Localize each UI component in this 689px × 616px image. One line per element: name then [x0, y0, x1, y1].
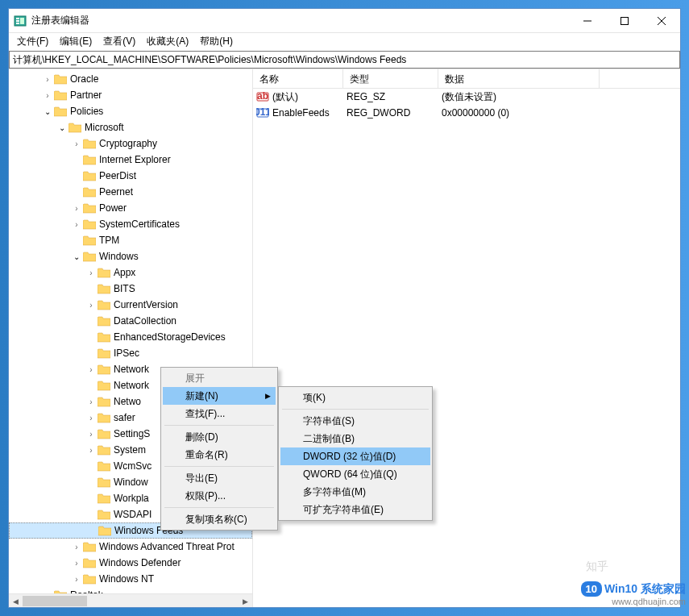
expand-toggle[interactable]: ›	[70, 543, 83, 551]
menu-item[interactable]: DWORD (32 位)值(D)	[280, 447, 430, 465]
menu-item[interactable]: 权限(P)...	[163, 487, 276, 505]
values-header[interactable]: 名称类型数据	[253, 69, 680, 89]
value-name: EnableFeeds	[272, 107, 330, 119]
menu-item[interactable]: 新建(N)▶	[163, 387, 276, 405]
tree-node[interactable]: ⌄Windows	[9, 248, 252, 264]
tree-node[interactable]: ›CurrentVersion	[9, 297, 252, 313]
tree-node[interactable]: PeerDist	[9, 168, 252, 184]
content-area: ›Oracle›Partner⌄Policies⌄Microsoft›Crypt…	[9, 69, 680, 607]
tree-node[interactable]: ›Partner	[9, 87, 252, 103]
menu-item[interactable]: 复制项名称(C)	[163, 510, 276, 528]
expand-toggle[interactable]: ›	[70, 559, 83, 568]
menubar: 文件(F)编辑(E)查看(V)收藏夹(A)帮助(H)	[9, 33, 680, 49]
expand-toggle[interactable]: ›	[41, 75, 54, 84]
menu-item[interactable]: 多字符串值(M)	[280, 483, 430, 501]
menu-item[interactable]: 导出(E)	[163, 469, 276, 487]
menu-item[interactable]: 删除(D)	[163, 428, 276, 446]
menu-item[interactable]: 项(K)	[280, 389, 430, 406]
expand-toggle[interactable]: ›	[85, 397, 98, 406]
column-header[interactable]: 名称	[253, 69, 343, 88]
tree-node[interactable]: Internet Explorer	[9, 152, 252, 168]
tree-node[interactable]: BITS	[9, 281, 252, 297]
menu-separator	[164, 507, 274, 508]
tree-node[interactable]: ›SystemCertificates	[9, 216, 252, 232]
tree-node[interactable]: ›Power	[9, 200, 252, 216]
minimize-button[interactable]	[569, 9, 606, 33]
regedit-icon	[14, 15, 27, 27]
menu-item[interactable]: 重命名(R)	[163, 446, 276, 464]
tree-node[interactable]: DataCollection	[9, 313, 252, 329]
menu-item[interactable]: QWORD (64 位)值(Q)	[280, 465, 430, 483]
expand-toggle[interactable]: ›	[70, 220, 83, 229]
expand-toggle[interactable]: ⌄	[41, 107, 54, 116]
tree-label: Windows	[99, 251, 139, 262]
tree-label: EnhancedStorageDevices	[114, 331, 226, 343]
close-button[interactable]	[643, 9, 680, 33]
tree-node[interactable]: ›Windows NT	[9, 571, 252, 587]
maximize-icon	[621, 17, 629, 25]
menu-item[interactable]: 可扩充字符串值(E)	[280, 501, 430, 518]
expand-toggle[interactable]: ›	[85, 446, 98, 455]
menu-item[interactable]: 帮助(H)	[195, 33, 238, 50]
tree-node[interactable]: EnhancedStorageDevices	[9, 329, 252, 345]
expand-toggle[interactable]: ›	[85, 414, 98, 422]
maximize-button[interactable]	[606, 9, 643, 33]
folder-icon	[83, 558, 96, 568]
address-bar[interactable]: 计算机\HKEY_LOCAL_MACHINE\SOFTWARE\Policies…	[9, 51, 680, 69]
tree-node[interactable]: IPSec	[9, 345, 252, 361]
window-controls	[569, 9, 680, 33]
menu-item[interactable]: 收藏夹(A)	[142, 33, 193, 50]
folder-icon	[83, 252, 96, 262]
expand-toggle[interactable]: ⌄	[56, 123, 68, 132]
expand-toggle[interactable]: ›	[70, 139, 83, 148]
tree-node[interactable]: ›Appx	[9, 264, 252, 281]
expand-toggle[interactable]: ›	[85, 268, 98, 277]
value-type: REG_DWORD	[343, 106, 438, 120]
scroll-thumb[interactable]	[23, 596, 87, 606]
folder-icon	[98, 364, 110, 375]
column-header[interactable]: 数据	[438, 69, 600, 88]
scroll-right-button[interactable]: ▶	[239, 594, 252, 607]
folder-icon	[83, 235, 96, 246]
context-menu[interactable]: 展开新建(N)▶查找(F)...删除(D)重命名(R)导出(E)权限(P)...…	[160, 367, 278, 531]
tree-node[interactable]: ›Cryptography	[9, 135, 252, 152]
menu-item[interactable]: 字符串值(S)	[280, 412, 430, 430]
tree-label: SystemCertificates	[99, 219, 180, 230]
new-submenu[interactable]: 项(K)字符串值(S)二进制值(B)DWORD (32 位)值(D)QWORD …	[278, 386, 433, 521]
menu-item[interactable]: 编辑(E)	[55, 33, 97, 50]
menu-item[interactable]: 查找(F)...	[163, 405, 276, 422]
expand-toggle[interactable]: ›	[70, 204, 83, 213]
tree-node[interactable]: ⌄Microsoft	[9, 119, 252, 135]
folder-icon	[98, 461, 110, 472]
titlebar[interactable]: 注册表编辑器	[9, 9, 680, 33]
menu-item[interactable]: 查看(V)	[98, 33, 140, 50]
folder-icon	[98, 332, 110, 343]
folder-icon	[68, 123, 81, 133]
tree-node[interactable]: TPM	[9, 232, 252, 248]
scroll-left-button[interactable]: ◀	[9, 594, 23, 607]
tree-node[interactable]: ›Oracle	[9, 71, 252, 87]
menu-item[interactable]: 二进制值(B)	[280, 430, 430, 447]
expand-toggle[interactable]: ⌄	[70, 252, 83, 261]
tree-node[interactable]: Peernet	[9, 184, 252, 200]
folder-icon	[98, 284, 110, 294]
values-list[interactable]: ab(默认)REG_SZ(数值未设置)011EnableFeedsREG_DWO…	[253, 89, 680, 121]
horizontal-scrollbar[interactable]: ◀ ▶	[9, 593, 252, 607]
tree-label: IPSec	[114, 348, 139, 359]
tree-node[interactable]: ⌄Policies	[9, 103, 252, 119]
tree-label: WSDAPI	[114, 509, 151, 520]
expand-toggle[interactable]: ›	[41, 91, 54, 100]
svg-rect-4	[20, 18, 24, 24]
column-header[interactable]: 类型	[343, 69, 438, 88]
expand-toggle[interactable]: ›	[85, 301, 98, 310]
expand-toggle[interactable]: ›	[85, 365, 98, 374]
expand-toggle[interactable]: ›	[85, 430, 98, 439]
value-row[interactable]: 011EnableFeedsREG_DWORD0x00000000 (0)	[253, 105, 680, 121]
tree-node[interactable]: ›Windows Defender	[9, 555, 252, 571]
value-data: 0x00000000 (0)	[438, 106, 600, 120]
folder-icon	[54, 106, 67, 117]
tree-node[interactable]: ›Windows Advanced Threat Prot	[9, 539, 252, 555]
menu-item[interactable]: 文件(F)	[12, 33, 53, 50]
value-row[interactable]: ab(默认)REG_SZ(数值未设置)	[253, 89, 680, 105]
expand-toggle[interactable]: ›	[70, 575, 83, 584]
